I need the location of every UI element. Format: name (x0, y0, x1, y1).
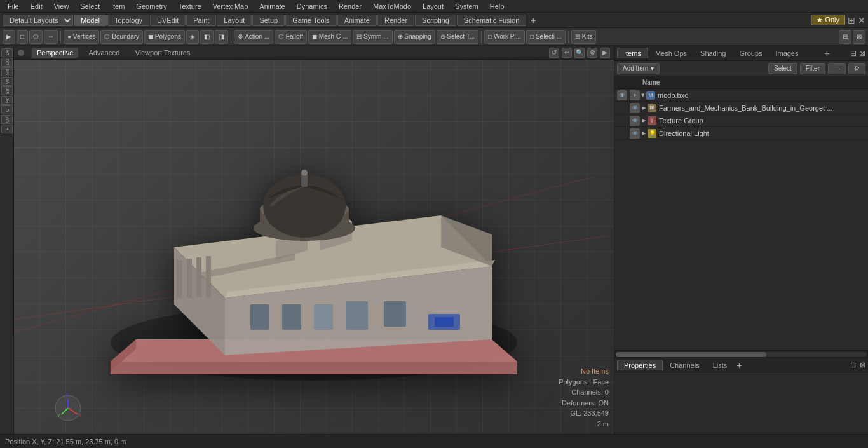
item-eye-texture[interactable]: 👁 (630, 116, 640, 126)
layout-dropdown[interactable]: Default Layouts (3, 15, 73, 26)
scene-canvas[interactable]: X Y Z No Items Polygons : Face Channels:… (14, 60, 614, 434)
item-add-modo-bxo[interactable]: + (630, 90, 640, 100)
tool-arrow[interactable]: ▶ (3, 30, 15, 44)
tool-select-t[interactable]: ⊙ Select T... (437, 30, 479, 44)
bottom-ctrl-collapse[interactable]: ⊟ (850, 361, 856, 369)
bottom-ctrl-expand[interactable]: ⊠ (860, 361, 865, 369)
tool-layout-split[interactable]: ⊟ (839, 30, 851, 44)
tab-schematic-fusion[interactable]: Schematic Fusion (457, 15, 526, 26)
item-eye-light[interactable]: 👁 (630, 128, 640, 139)
layout-icon2[interactable]: ✕ (858, 15, 865, 25)
bottom-tab-lists[interactable]: Lists (707, 360, 734, 370)
panel-tab-images[interactable]: Images (770, 48, 805, 58)
menu-render[interactable]: Render (334, 1, 367, 11)
item-eye-modo-bxo[interactable]: 👁 (617, 90, 627, 100)
menu-system[interactable]: System (450, 1, 484, 11)
tool-mesh-c[interactable]: ◼ Mesh C ... (308, 30, 351, 44)
viewport-ctrl-zoom[interactable]: 🔍 (574, 48, 585, 58)
star-only-btn[interactable]: ★ Only (811, 15, 845, 25)
item-directional-light[interactable]: 👁 ▸ 💡 Directional Light (614, 127, 868, 140)
tool-snapping[interactable]: ⊕ Snapping (394, 30, 435, 44)
item-expand-light[interactable]: ▸ (642, 129, 646, 137)
viewport-ctrl-reset[interactable]: ↩ (562, 48, 572, 58)
layout-add-tab[interactable]: + (527, 15, 539, 26)
menu-item[interactable]: Item (106, 1, 130, 11)
menu-layout[interactable]: Layout (417, 1, 449, 11)
menu-geometry[interactable]: Geometry (131, 1, 172, 11)
panel-tab-add[interactable]: + (820, 48, 833, 58)
menu-dynamics[interactable]: Dynamics (292, 1, 332, 11)
viewport-tab-textures[interactable]: Viewport Textures (130, 48, 195, 58)
menu-vertex-map[interactable]: Vertex Map (208, 1, 254, 11)
menu-view[interactable]: View (49, 1, 74, 11)
tool-polygons[interactable]: ◼ Polygons (144, 30, 185, 44)
sidebar-btn-c[interactable]: C (1, 105, 13, 114)
tool-lasso[interactable]: ⬠ (29, 30, 43, 44)
tab-animate[interactable]: Animate (337, 15, 377, 26)
sidebar-btn-de[interactable]: De (1, 48, 13, 57)
viewport-ctrl-play[interactable]: ▶ (600, 48, 610, 58)
tab-uvedit[interactable]: UVEdit (150, 15, 186, 26)
sidebar-btn-ve[interactable]: Ve (1, 77, 13, 86)
tab-model[interactable]: Model (74, 15, 107, 26)
menu-maxtomodo[interactable]: MaxToModo (368, 1, 416, 11)
item-texture-group[interactable]: 👁 ▸ T Texture Group (614, 114, 868, 127)
tool-shape3[interactable]: ◨ (215, 30, 228, 44)
panel-ctrl-collapse[interactable]: ⊟ (850, 49, 857, 58)
tool-shape1[interactable]: ◈ (186, 30, 199, 44)
sidebar-btn-em[interactable]: Em (1, 86, 13, 95)
menu-animate[interactable]: Animate (254, 1, 290, 11)
filter-btn[interactable]: Filter (800, 63, 825, 74)
tab-render[interactable]: Render (377, 15, 414, 26)
tool-falloff[interactable]: ⬡ Falloff (275, 30, 307, 44)
tool-kits[interactable]: ⊞ Kits (571, 30, 596, 44)
scrollbar-thumb[interactable] (616, 352, 766, 357)
menu-select[interactable]: Select (75, 1, 105, 11)
tool-vertices[interactable]: ● Vertices (64, 30, 99, 44)
tool-work-pl[interactable]: □ Work Pl... (484, 30, 525, 44)
tool-shape2[interactable]: ◧ (200, 30, 214, 44)
sidebar-btn-po[interactable]: Po (1, 96, 13, 105)
viewport-tab-advanced[interactable]: Advanced (83, 48, 125, 58)
panel-settings-btn[interactable]: ⚙ (848, 63, 865, 74)
item-expand-texture[interactable]: ▸ (642, 116, 646, 125)
item-eye-bank[interactable]: 👁 (630, 103, 640, 113)
tab-layout[interactable]: Layout (217, 15, 252, 26)
sidebar-btn-uv[interactable]: UV (1, 115, 13, 124)
menu-help[interactable]: Help (485, 1, 510, 11)
bottom-tab-properties[interactable]: Properties (617, 360, 663, 370)
tab-paint[interactable]: Paint (186, 15, 216, 26)
menu-file[interactable]: File (3, 1, 24, 11)
panel-tab-mesh-ops[interactable]: Mesh Ops (649, 48, 693, 58)
sidebar-btn-du[interactable]: Du (1, 58, 13, 67)
tool-symm[interactable]: ⊟ Symm ... (353, 30, 392, 44)
bottom-tab-add[interactable]: + (734, 360, 744, 370)
sidebar-btn-me[interactable]: Me (1, 67, 13, 76)
viewport-ctrl-rotate[interactable]: ↺ (549, 48, 559, 58)
item-modo-bxo[interactable]: 👁 + ▾ M modo.bxo (614, 89, 868, 102)
panel-tab-groups[interactable]: Groups (733, 48, 768, 58)
viewport-tab-perspective[interactable]: Perspective (32, 48, 78, 58)
menu-texture[interactable]: Texture (173, 1, 207, 11)
tab-setup[interactable]: Setup (252, 15, 285, 26)
tab-game-tools[interactable]: Game Tools (285, 15, 337, 26)
panel-scrollbar[interactable] (614, 350, 868, 358)
add-item-btn[interactable]: Add Item ▾ (617, 63, 660, 74)
panel-tab-items[interactable]: Items (617, 48, 648, 58)
panel-ctrl-expand[interactable]: ⊠ (859, 49, 865, 58)
sidebar-btn-f[interactable]: F (1, 125, 13, 133)
tool-selecti[interactable]: □ Selecti ... (526, 30, 566, 44)
viewport-ctrl-settings[interactable]: ⚙ (587, 48, 597, 58)
panel-min-btn[interactable]: — (828, 63, 846, 74)
item-expand-modo-bxo[interactable]: ▾ (641, 91, 645, 99)
select-btn[interactable]: Select (768, 63, 797, 74)
tool-boundary[interactable]: ⬡ Boundary (100, 30, 143, 44)
tab-topology[interactable]: Topology (107, 15, 149, 26)
tool-layout-grid[interactable]: ⊠ (853, 30, 865, 44)
item-bank-building[interactable]: 👁 ▸ 🏛 Farmers_and_Mechanics_Bank_Buildin… (614, 102, 868, 114)
panel-tab-shading[interactable]: Shading (694, 48, 732, 58)
tab-scripting[interactable]: Scripting (415, 15, 456, 26)
menu-edit[interactable]: Edit (25, 1, 48, 11)
item-expand-bank[interactable]: ▸ (642, 104, 646, 112)
layout-icon1[interactable]: ⊞ (848, 15, 855, 25)
